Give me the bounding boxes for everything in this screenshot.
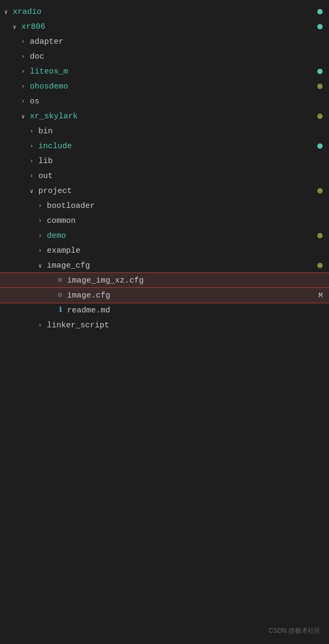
label-doc: doc [30, 52, 323, 61]
label-liteos_m: liteos_m [30, 67, 317, 76]
tree-item-out[interactable]: ›out [0, 168, 329, 183]
status-dot [317, 84, 323, 89]
gear-icon: ⚙ [55, 276, 65, 285]
label-demo: demo [47, 231, 317, 240]
label-project: project [38, 187, 317, 196]
label-bootloader: bootloader [47, 202, 323, 211]
chevron-icon: › [38, 247, 47, 254]
chevron-icon: › [30, 143, 38, 149]
chevron-icon: ∨ [4, 9, 13, 15]
chevron-icon: ∨ [30, 188, 38, 195]
tree-item-ohosdemo[interactable]: ›ohosdemo [0, 79, 329, 94]
tree-item-xr806[interactable]: ∨xr806 [0, 19, 329, 34]
label-ohosdemo: ohosdemo [30, 82, 317, 91]
label-xr_skylark: xr_skylark [30, 112, 317, 121]
label-lib: lib [38, 157, 323, 166]
tree-item-xradio[interactable]: ∨xradio [0, 4, 329, 19]
chevron-icon: › [38, 203, 47, 209]
label-image_cfg: image_cfg [47, 261, 317, 270]
modified-badge: M [318, 292, 323, 300]
label-image_img_xz_cfg: image_img_xz.cfg [67, 276, 323, 285]
status-dot [317, 24, 323, 29]
tree-item-doc[interactable]: ›doc [0, 49, 329, 64]
label-out: out [38, 172, 323, 181]
chevron-icon: › [30, 173, 38, 179]
tree-item-linker_script[interactable]: ›linker_script [0, 318, 329, 333]
tree-item-include[interactable]: ›include [0, 139, 329, 154]
status-dot [317, 263, 323, 268]
chevron-icon: › [38, 232, 47, 239]
chevron-icon: ∨ [38, 262, 47, 269]
label-bin: bin [38, 127, 323, 136]
tree-item-demo[interactable]: ›demo [0, 228, 329, 243]
file-tree: ∨xradio∨xr806›adapter›doc›liteos_m›ohosd… [0, 0, 329, 337]
tree-item-bootloader[interactable]: ›bootloader [0, 198, 329, 213]
chevron-icon: ∨ [21, 113, 30, 120]
chevron-icon: › [38, 322, 47, 328]
tree-item-image_img_xz_cfg[interactable]: ⚙image_img_xz.cfg [0, 273, 329, 288]
info-icon: ℹ [55, 305, 65, 315]
chevron-icon: › [30, 128, 38, 134]
tree-item-xr_skylark[interactable]: ∨xr_skylark [0, 109, 329, 124]
chevron-icon: › [38, 218, 47, 224]
chevron-icon: › [21, 38, 30, 45]
tree-item-os[interactable]: ›os [0, 94, 329, 109]
watermark: CSDN @极术社区 [268, 626, 320, 635]
label-example: example [47, 246, 323, 255]
label-image_cfg_file: image.cfg [67, 291, 314, 300]
tree-item-bin[interactable]: ›bin [0, 124, 329, 139]
status-dot [317, 233, 323, 238]
gear-icon: ⚙ [55, 291, 65, 300]
tree-item-adapter[interactable]: ›adapter [0, 34, 329, 49]
chevron-icon: › [30, 158, 38, 164]
label-linker_script: linker_script [47, 321, 323, 330]
tree-item-project[interactable]: ∨project [0, 183, 329, 198]
tree-item-liteos_m[interactable]: ›liteos_m [0, 64, 329, 79]
label-include: include [38, 142, 317, 151]
label-readme_md: readme.md [67, 306, 323, 315]
status-dot [317, 9, 323, 14]
tree-item-image_cfg[interactable]: ∨image_cfg [0, 258, 329, 273]
tree-item-common[interactable]: ›common [0, 213, 329, 228]
label-xr806: xr806 [21, 22, 317, 31]
label-adapter: adapter [30, 37, 323, 46]
tree-item-example[interactable]: ›example [0, 243, 329, 258]
tree-item-lib[interactable]: ›lib [0, 154, 329, 168]
label-os: os [30, 97, 323, 106]
tree-item-readme_md[interactable]: ℹreadme.md [0, 303, 329, 318]
label-xradio: xradio [13, 7, 317, 17]
status-dot [317, 143, 323, 149]
status-dot [317, 188, 323, 194]
status-dot [317, 114, 323, 119]
tree-item-image_cfg_file[interactable]: ⚙image.cfgM [0, 288, 329, 303]
chevron-icon: › [21, 53, 30, 60]
label-common: common [47, 216, 323, 226]
status-dot [317, 69, 323, 74]
chevron-icon: ∨ [13, 23, 21, 30]
chevron-icon: › [21, 98, 30, 104]
chevron-icon: › [21, 68, 30, 75]
chevron-icon: › [21, 83, 30, 90]
